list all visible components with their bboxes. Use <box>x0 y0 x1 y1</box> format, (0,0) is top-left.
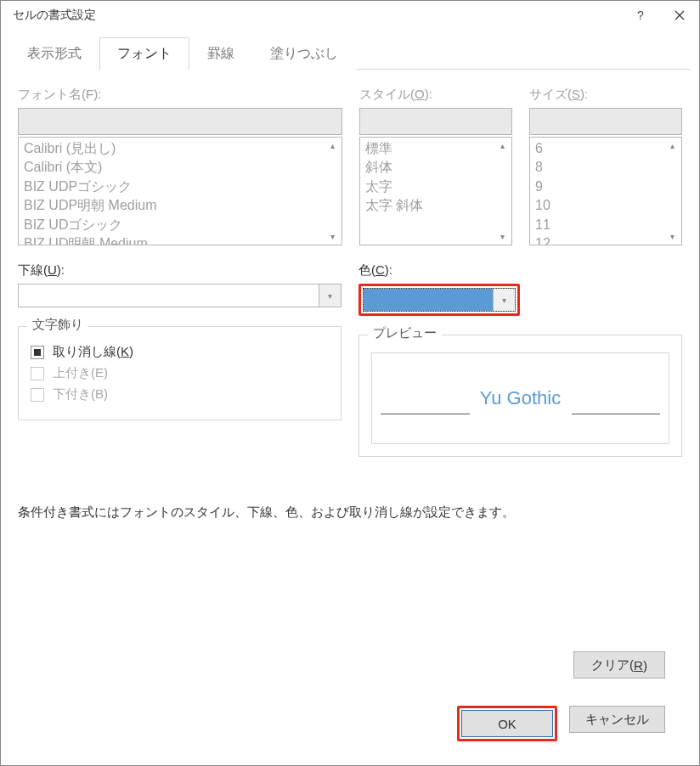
list-item: 斜体 <box>365 158 506 177</box>
effects-group: 文字飾り 取り消し線(K) 上付き(E) 下付き(B) <box>18 326 342 420</box>
list-item: BIZ UDP明朝 Medium <box>24 196 336 215</box>
tabbar: 表示形式 フォント 罫線 塗りつぶし <box>9 37 691 70</box>
list-item: 8 <box>535 158 676 177</box>
underline-dropdown[interactable]: ▾ <box>18 284 342 307</box>
chevron-down-icon: ▾ <box>500 232 505 241</box>
close-icon[interactable] <box>672 8 687 23</box>
chevron-down-icon: ▾ <box>328 291 332 301</box>
scrollbar: ▴ ▾ <box>663 138 681 245</box>
titlebar: セルの書式設定 ? <box>1 1 699 30</box>
preview-group: プレビュー Yu Gothic <box>358 335 682 457</box>
checkbox-strike[interactable]: 取り消し線(K) <box>31 344 329 360</box>
checkbox-subscript: 下付き(B) <box>31 386 329 403</box>
font-name-list: Calibri (見出し) Calibri (本文) BIZ UDPゴシック B… <box>18 137 342 245</box>
list-item: Calibri (見出し) <box>24 139 336 158</box>
list-item: 太字 <box>365 177 506 196</box>
color-dropdown[interactable]: ▾ <box>363 288 516 312</box>
ok-button[interactable]: OK <box>461 710 553 737</box>
label-style: スタイル(O): <box>359 87 512 103</box>
chevron-up-icon: ▴ <box>500 141 505 150</box>
style-list: 標準 斜体 太字 太字 斜体 ▴ ▾ <box>359 137 512 245</box>
label-color: 色(C): <box>358 262 682 279</box>
scrollbar: ▴ ▾ <box>323 138 342 245</box>
label-size: サイズ(S): <box>529 87 682 103</box>
color-swatch <box>363 288 494 312</box>
format-cells-dialog: セルの書式設定 ? 表示形式 フォント 罫線 塗りつぶし フォント名(F): C… <box>0 0 700 766</box>
checkbox-icon <box>31 367 44 380</box>
list-item: 9 <box>535 177 676 196</box>
size-input <box>529 108 682 135</box>
list-item: 標準 <box>365 139 506 158</box>
clear-button[interactable]: クリア(R) <box>573 651 665 679</box>
size-list: 6 8 9 10 11 12 ▴ ▾ <box>529 137 682 245</box>
preview-box: Yu Gothic <box>371 352 669 444</box>
list-item: 6 <box>535 139 676 158</box>
highlight-ok: OK <box>457 706 557 741</box>
tab-number[interactable]: 表示形式 <box>9 37 99 70</box>
checkbox-superscript: 上付き(E) <box>31 365 329 381</box>
checkbox-icon <box>31 346 44 359</box>
highlight-color: ▾ <box>358 284 520 316</box>
preview-text: Yu Gothic <box>480 387 561 409</box>
list-item: 12 <box>535 234 676 245</box>
list-item: BIZ UDPゴシック <box>24 177 336 196</box>
tab-border[interactable]: 罫線 <box>189 37 252 70</box>
chevron-up-icon: ▴ <box>330 141 335 150</box>
list-item: BIZ UDゴシック <box>24 216 336 234</box>
chevron-down-icon: ▾ <box>330 232 335 241</box>
chevron-down-icon: ▾ <box>502 296 506 305</box>
scrollbar: ▴ ▾ <box>493 138 511 245</box>
preview-legend: プレビュー <box>368 325 442 341</box>
list-item: 太字 斜体 <box>365 196 506 215</box>
chevron-down-icon: ▾ <box>670 232 675 241</box>
font-name-input <box>18 108 342 135</box>
tab-font[interactable]: フォント <box>99 37 189 70</box>
list-item: BIZ UD明朝 Medium <box>24 234 336 245</box>
label-underline: 下線(U): <box>18 262 342 279</box>
tab-fill[interactable]: 塗りつぶし <box>252 37 356 70</box>
cancel-button[interactable]: キャンセル <box>569 706 665 733</box>
effects-legend: 文字飾り <box>27 317 88 333</box>
checkbox-icon <box>31 388 44 402</box>
style-input <box>359 108 512 135</box>
chevron-up-icon: ▴ <box>670 141 675 150</box>
note-text: 条件付き書式にはフォントのスタイル、下線、色、および取り消し線が設定できます。 <box>18 504 682 521</box>
label-font-name: フォント名(F): <box>18 87 342 103</box>
window-title: セルの書式設定 <box>13 8 96 23</box>
list-item: Calibri (本文) <box>24 158 336 177</box>
help-icon[interactable]: ? <box>633 8 648 23</box>
list-item: 11 <box>535 216 676 234</box>
list-item: 10 <box>535 196 676 215</box>
